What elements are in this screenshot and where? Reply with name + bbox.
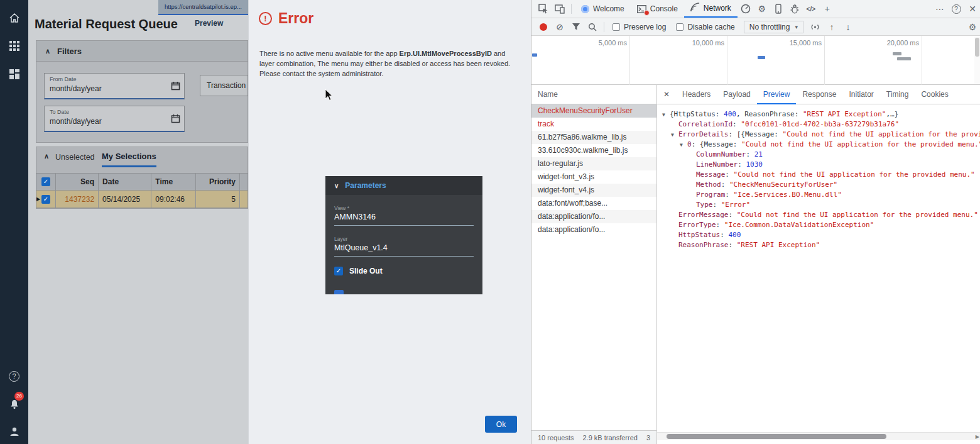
sources-icon[interactable]: </> bbox=[803, 0, 819, 18]
detail-tabbar: ✕ Headers Payload Preview Response Initi… bbox=[657, 85, 980, 104]
network-request-row[interactable]: widget-font_v4.js bbox=[531, 184, 656, 197]
tab-response[interactable]: Response bbox=[796, 85, 842, 104]
import-har-icon[interactable]: ↑ bbox=[824, 18, 840, 35]
view-input[interactable]: AMMN3146 bbox=[334, 213, 474, 226]
inspect-element-icon[interactable] bbox=[535, 0, 552, 18]
preview-tree-line: Type: "Error" bbox=[657, 200, 980, 210]
layer-input[interactable]: MtlQueue_v1.4 bbox=[334, 243, 474, 257]
requests-name-header[interactable]: Name bbox=[531, 85, 657, 104]
horizontal-scrollbar[interactable]: ▶ bbox=[657, 432, 980, 440]
calendar-icon[interactable] bbox=[171, 81, 180, 93]
record-button[interactable] bbox=[535, 18, 552, 35]
network-request-row[interactable]: data:application/fo... bbox=[531, 210, 656, 223]
preserve-log-checkbox[interactable]: Preserve log bbox=[612, 23, 666, 31]
more-options-icon[interactable]: ⋯ bbox=[932, 0, 948, 18]
view-field[interactable]: View * AMMN3146 bbox=[334, 205, 474, 226]
tab-unselected[interactable]: Unselected bbox=[55, 153, 95, 162]
expand-arrow-icon[interactable]: ▼ bbox=[671, 130, 678, 140]
tab-initiator[interactable]: Initiator bbox=[842, 85, 879, 104]
settings-gear-icon[interactable]: ⚙ bbox=[754, 0, 770, 18]
tab-console[interactable]: Console bbox=[631, 0, 684, 18]
browser-url-tab[interactable]: https://centraldsatpilot.is.ep... bbox=[158, 0, 248, 15]
to-date-value[interactable]: month/day/year bbox=[50, 117, 179, 126]
close-detail-icon[interactable]: ✕ bbox=[657, 90, 676, 99]
device-icon[interactable] bbox=[770, 0, 787, 18]
help-icon[interactable]: ? bbox=[0, 365, 28, 387]
column-header-date[interactable]: Date bbox=[99, 174, 151, 190]
bug-icon[interactable] bbox=[787, 0, 803, 18]
filter-icon[interactable] bbox=[568, 18, 584, 35]
error-icon: ! bbox=[259, 12, 272, 25]
network-request-row[interactable]: CheckMenuSecurityForUser bbox=[531, 104, 656, 118]
network-overview-timeline[interactable]: 5,000 ms 10,000 ms 15,000 ms 20,000 ms bbox=[531, 36, 980, 85]
row-checkbox[interactable]: ✓ bbox=[41, 195, 50, 204]
partial-checkbox[interactable] bbox=[334, 290, 344, 294]
user-profile-icon[interactable] bbox=[0, 420, 28, 443]
throttling-select[interactable]: No throttling ▾ bbox=[744, 21, 803, 33]
vertical-scrollbar[interactable] bbox=[974, 36, 980, 84]
column-header-time[interactable]: Time bbox=[151, 174, 195, 190]
column-header-priority[interactable]: Priority bbox=[196, 174, 240, 190]
export-har-icon[interactable]: ↓ bbox=[840, 18, 856, 35]
tab-cookies[interactable]: Cookies bbox=[915, 85, 954, 104]
network-request-row[interactable]: data:application/fo... bbox=[531, 223, 656, 236]
slide-out-checkbox[interactable]: ✓ bbox=[334, 267, 343, 275]
grid-data-row[interactable]: ▶ ✓ 1437232 05/14/2025 09:02:46 5 bbox=[36, 191, 248, 208]
network-settings-gear-icon[interactable]: ⚙ bbox=[964, 18, 980, 35]
preview-tree-line: ColumnNumber: 21 bbox=[657, 150, 980, 160]
from-date-value[interactable]: month/day/year bbox=[50, 84, 179, 93]
apps-grid-icon[interactable] bbox=[0, 35, 28, 57]
scrollbar-thumb[interactable] bbox=[667, 434, 886, 439]
filters-header[interactable]: ∧ Filters bbox=[36, 41, 248, 62]
preview-label: Preview bbox=[195, 19, 223, 28]
calendar-icon[interactable] bbox=[171, 114, 180, 126]
slide-out-label: Slide Out bbox=[349, 267, 383, 275]
home-icon[interactable] bbox=[0, 6, 28, 29]
notifications-bell-icon[interactable]: 26 bbox=[0, 393, 28, 416]
network-request-row[interactable]: 61.b27f5a86.walkme_lib.js bbox=[531, 131, 656, 144]
select-all-checkbox[interactable]: ✓ bbox=[41, 177, 50, 186]
ok-button[interactable]: Ok bbox=[485, 416, 517, 433]
scrollbar-thumb[interactable] bbox=[975, 38, 979, 57]
preview-tree-line: ErrorMessage: "Could not find the UI app… bbox=[657, 210, 980, 220]
tab-headers[interactable]: Headers bbox=[676, 85, 717, 104]
disable-cache-checkbox[interactable]: Disable cache bbox=[676, 23, 734, 31]
mouse-cursor bbox=[325, 89, 334, 104]
transaction-button[interactable]: Transaction bbox=[200, 75, 248, 96]
tab-welcome[interactable]: Welcome bbox=[575, 0, 631, 18]
search-icon[interactable] bbox=[584, 18, 601, 35]
add-panel-icon[interactable]: + bbox=[819, 0, 836, 18]
to-date-field[interactable]: To Date month/day/year bbox=[44, 106, 185, 132]
clear-icon[interactable]: ⊘ bbox=[552, 18, 568, 35]
performance-icon[interactable] bbox=[738, 0, 754, 18]
network-request-row[interactable]: lato-regular.js bbox=[531, 157, 656, 170]
layer-field[interactable]: Layer MtlQueue_v1.4 bbox=[334, 236, 474, 257]
collapse-chevron-icon[interactable]: ∧ bbox=[44, 152, 49, 160]
preview-tree-line: ▼ErrorDetails: [{Message: "Could not fin… bbox=[657, 130, 980, 140]
tab-network[interactable]: Network bbox=[684, 0, 738, 18]
chevron-down-icon: ▾ bbox=[795, 24, 798, 30]
close-devtools-icon[interactable]: ✕ bbox=[964, 0, 980, 18]
timeline-gridline bbox=[824, 36, 825, 85]
tab-payload[interactable]: Payload bbox=[717, 85, 756, 104]
transferred-size: 2.9 kB transferred bbox=[582, 434, 637, 441]
tab-timing[interactable]: Timing bbox=[880, 85, 915, 104]
network-request-row[interactable]: widget-font_v3.js bbox=[531, 170, 656, 184]
expand-arrow-icon[interactable]: ▼ bbox=[680, 140, 687, 150]
network-request-row[interactable]: data:font/woff;base... bbox=[531, 197, 656, 210]
from-date-field[interactable]: From Date month/day/year bbox=[44, 73, 185, 99]
scroll-right-arrow-icon[interactable]: ▶ bbox=[976, 433, 979, 441]
tab-my-selections[interactable]: My Selections bbox=[102, 152, 156, 167]
dashboard-icon[interactable] bbox=[0, 63, 28, 86]
parameters-header[interactable]: ∨ Parameters bbox=[325, 176, 482, 195]
network-request-row[interactable]: 33.610c930c.walkme_lib.js bbox=[531, 144, 656, 157]
devtools-help-icon[interactable]: ? bbox=[948, 0, 964, 18]
tab-preview[interactable]: Preview bbox=[757, 85, 797, 104]
expand-arrow-icon[interactable]: ▼ bbox=[662, 110, 670, 120]
timeline-bar bbox=[897, 57, 911, 60]
column-header-seq[interactable]: Seq bbox=[56, 174, 99, 190]
network-request-row[interactable]: track bbox=[531, 118, 656, 131]
network-conditions-icon[interactable] bbox=[807, 18, 824, 35]
error-title: Error bbox=[278, 10, 313, 27]
device-toolbar-icon[interactable] bbox=[552, 0, 568, 18]
